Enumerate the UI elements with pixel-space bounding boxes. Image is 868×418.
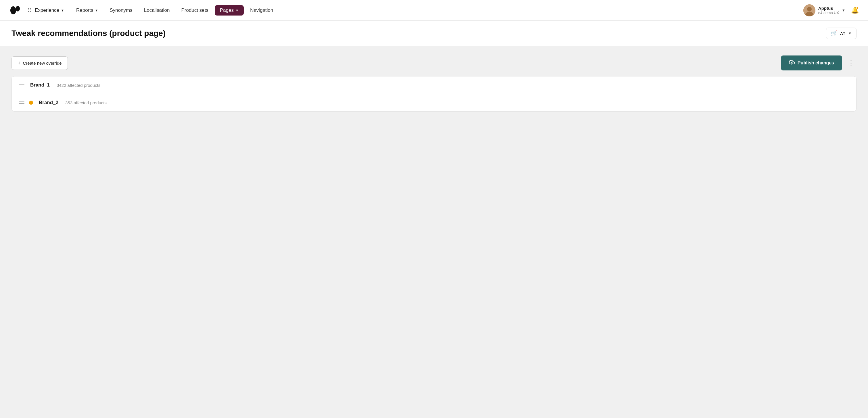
avatar — [803, 4, 815, 17]
more-options-button[interactable]: ⋮ — [845, 57, 857, 69]
toolbar-right: Publish changes ⋮ — [781, 56, 857, 70]
override-item-brand2[interactable]: Brand_2 353 affected products — [12, 94, 856, 111]
nav-navigation[interactable]: Navigation — [245, 5, 278, 16]
publish-changes-button[interactable]: Publish changes — [781, 56, 842, 70]
more-dots-icon: ⋮ — [848, 59, 854, 66]
region-label: AT — [840, 31, 845, 36]
region-chevron-icon: ▼ — [848, 31, 851, 35]
navbar: ⠿ Experience ▼ Reports ▼ Synonyms Locali… — [0, 0, 868, 21]
logo-icon — [9, 4, 22, 17]
notifications-bell[interactable]: 🔔 — [851, 7, 859, 14]
grid-icon[interactable]: ⠿ — [28, 7, 31, 13]
pages-chevron-icon: ▼ — [236, 9, 239, 12]
logo[interactable] — [9, 4, 22, 17]
override-list: Brand_1 3422 affected products Brand_2 3… — [11, 76, 857, 112]
experience-menu[interactable]: Experience ▼ — [35, 7, 64, 13]
nav-synonyms[interactable]: Synonyms — [104, 5, 137, 16]
user-info: Apptus e4 demo UX — [818, 6, 839, 15]
notification-dot — [856, 7, 859, 9]
svg-point-3 — [807, 7, 812, 11]
brand2-name: Brand_2 — [39, 100, 58, 106]
experience-label: Experience — [35, 7, 59, 13]
create-plus-icon: + — [18, 60, 21, 66]
experience-chevron: ▼ — [61, 9, 64, 12]
toolbar: + Create new override Publish changes ⋮ — [11, 56, 857, 70]
nav-right: Apptus e4 demo UX ▼ 🔔 — [803, 4, 859, 17]
user-chevron-icon: ▼ — [842, 8, 845, 12]
page-title: Tweak recommendations (product page) — [11, 29, 165, 38]
create-override-button[interactable]: + Create new override — [11, 56, 68, 70]
drag-handle-brand2[interactable] — [19, 101, 25, 104]
page-header: Tweak recommendations (product page) 🛒 A… — [0, 21, 868, 46]
brand2-status-dot — [29, 100, 33, 104]
region-basket-icon: 🛒 — [831, 30, 837, 36]
override-item-brand1[interactable]: Brand_1 3422 affected products — [12, 77, 856, 94]
svg-point-0 — [10, 6, 16, 14]
publish-cloud-icon — [789, 60, 795, 66]
nav-links: Reports ▼ Synonyms Localisation Product … — [71, 5, 801, 16]
user-demo: e4 demo UX — [818, 11, 839, 15]
avatar-image — [803, 4, 815, 17]
region-selector[interactable]: 🛒 AT ▼ — [826, 28, 857, 39]
nav-pages[interactable]: Pages ▼ — [215, 5, 244, 16]
brand1-name: Brand_1 — [30, 82, 50, 88]
user-menu[interactable]: Apptus e4 demo UX ▼ — [803, 4, 845, 17]
user-name: Apptus — [818, 6, 839, 11]
nav-reports[interactable]: Reports ▼ — [71, 5, 103, 16]
brand1-count: 3422 affected products — [57, 83, 100, 88]
create-label: Create new override — [23, 61, 62, 65]
main-content: + Create new override Publish changes ⋮ — [0, 46, 868, 121]
drag-handle-brand1[interactable] — [19, 84, 25, 86]
reports-chevron-icon: ▼ — [95, 9, 98, 12]
nav-product-sets[interactable]: Product sets — [176, 5, 214, 16]
svg-point-1 — [16, 6, 20, 11]
nav-localisation[interactable]: Localisation — [139, 5, 175, 16]
header-right: 🛒 AT ▼ — [826, 28, 857, 39]
publish-label: Publish changes — [798, 60, 834, 65]
brand2-count: 353 affected products — [65, 100, 106, 105]
